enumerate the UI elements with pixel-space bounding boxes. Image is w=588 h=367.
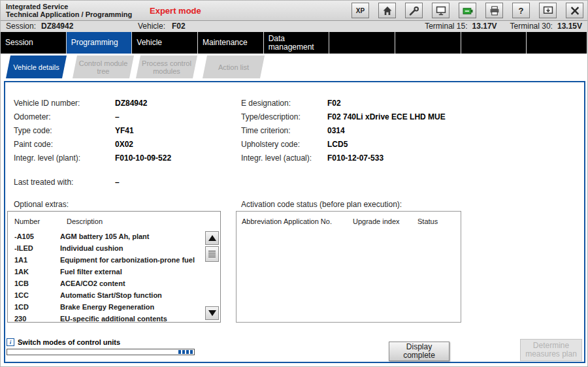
field-odometer: Odometer:– xyxy=(14,112,120,121)
field-value: DZ84942 xyxy=(115,99,147,108)
table-row[interactable]: 1CDBrake Energy Regeneration xyxy=(8,301,203,313)
field-value: F010-10-09-522 xyxy=(115,153,171,163)
xp-badge[interactable]: XP xyxy=(351,3,369,18)
field-label: Upholstery code: xyxy=(241,140,327,149)
field-value: F02 xyxy=(327,99,341,108)
session-bar: Session: DZ84942 Vehicle: F02 Terminal 1… xyxy=(1,21,587,32)
tab-vehicle[interactable]: Vehicle xyxy=(132,32,198,54)
field-integr-level-plant: Integr. level (plant):F010-10-09-522 xyxy=(14,153,171,163)
table-row[interactable]: -A105AGM battery 105 Ah, plant xyxy=(8,231,203,242)
control-unit-icon[interactable] xyxy=(432,3,449,18)
field-upholstery-code: Upholstery code:LCD5 xyxy=(241,140,348,149)
thumb-grip-icon xyxy=(208,251,216,257)
extra-number: 230 xyxy=(8,315,60,323)
extra-description: Automatic Start/Stop function xyxy=(60,291,203,299)
tab-session[interactable]: Session xyxy=(1,32,67,54)
ista-application-window: Integrated Service Technical Application… xyxy=(0,0,588,367)
table-row[interactable]: 1CBACEA/CO2 content xyxy=(8,278,203,289)
extra-description: Fuel filter external xyxy=(60,268,203,276)
vehicle-value: F02 xyxy=(172,22,186,31)
extra-number: -ILED xyxy=(8,244,60,252)
tab-programming-label: Programming xyxy=(71,39,118,47)
field-value: F02 740Li xDrive ECE LHD MUE xyxy=(327,112,446,121)
home-icon[interactable] xyxy=(378,3,396,18)
vehicle-details-panel: Vehicle ID number:DZ84942 Odometer:– Typ… xyxy=(4,81,585,363)
status-line: i Switch modes of control units xyxy=(7,338,120,346)
progress-segments xyxy=(178,350,193,354)
tab-data-management-label: Data management xyxy=(269,35,325,52)
tab-programming[interactable]: Programming xyxy=(67,32,133,54)
sub-tab-bar: Vehicle details Control module tree Proc… xyxy=(1,54,587,81)
tab-data-management[interactable]: Data management xyxy=(264,32,330,54)
menu-cell-empty xyxy=(329,32,395,54)
session-label: Session: xyxy=(6,22,36,31)
battery-icon[interactable] xyxy=(459,3,476,18)
column-header-number: Number xyxy=(14,217,40,225)
tab-maintenance-label: Maintenance xyxy=(203,39,248,47)
tab-maintenance[interactable]: Maintenance xyxy=(198,32,264,54)
field-integr-level-actual: Integr. level (actual):F010-12-07-533 xyxy=(241,153,384,163)
field-value: F010-12-07-533 xyxy=(327,153,384,163)
app-title: Integrated Service Technical Application… xyxy=(6,3,132,18)
app-title-line2: Technical Application / Programming xyxy=(6,10,132,18)
vertical-scrollbar xyxy=(205,231,219,320)
table-row[interactable]: 230EU-specific additional contents xyxy=(8,313,203,325)
table-row[interactable]: -ILEDIndividual cushion xyxy=(8,242,203,254)
extra-number: 1AK xyxy=(8,268,60,276)
extra-number: 1CC xyxy=(8,291,60,299)
subtab-process-control-modules[interactable]: Process control modules xyxy=(136,56,197,78)
extra-description: Equipment for carbonization-prone fuel xyxy=(60,256,203,264)
subtab-action-list[interactable]: Action list xyxy=(203,56,265,78)
table-row[interactable]: 1AKFuel filter external xyxy=(8,266,203,278)
help-icon[interactable]: ? xyxy=(512,3,530,18)
tab-vehicle-label: Vehicle xyxy=(137,39,162,47)
scrollbar-thumb[interactable] xyxy=(205,246,219,262)
extra-description: Brake Energy Regeneration xyxy=(60,303,203,311)
table-row[interactable]: 1CCAutomatic Start/Stop function xyxy=(8,289,203,301)
field-value: 0314 xyxy=(327,126,345,135)
table-row[interactable]: 1A1Equipment for carbonization-prone fue… xyxy=(8,254,203,266)
menu-cell-empty xyxy=(527,32,587,54)
activation-code-table: Abbreviation Application No. Upgrade ind… xyxy=(236,211,461,323)
scroll-down-button[interactable] xyxy=(205,306,219,320)
field-label: Type/description: xyxy=(241,112,327,121)
extra-description: EU-specific additional contents xyxy=(60,315,203,323)
column-header-application-no: Application No. xyxy=(284,217,332,225)
field-e-designation: E designation:F02 xyxy=(241,99,341,108)
printer-icon[interactable] xyxy=(485,3,503,18)
field-value: LCD5 xyxy=(327,140,348,149)
display-complete-button[interactable]: Display complete xyxy=(389,342,449,361)
subtab-control-module-tree[interactable]: Control module tree xyxy=(73,56,134,78)
optional-extras-rows: -A105AGM battery 105 Ah, plant -ILEDIndi… xyxy=(8,231,203,325)
extra-number: 1CB xyxy=(8,279,60,287)
xp-badge-label: XP xyxy=(356,7,365,14)
status-text: Switch modes of control units xyxy=(18,338,120,346)
extra-number: 1A1 xyxy=(8,256,60,264)
field-label: Type code: xyxy=(14,126,115,135)
field-label: Paint code: xyxy=(14,140,115,149)
field-time-criterion: Time criterion:0314 xyxy=(241,126,345,135)
extra-description: AGM battery 105 Ah, plant xyxy=(60,232,203,240)
progress-bar xyxy=(7,349,195,355)
field-label: Integr. level (plant): xyxy=(14,153,115,163)
menu-cell-empty xyxy=(395,32,461,54)
display-transfer-icon[interactable] xyxy=(539,3,557,18)
field-label: Integr. level (actual): xyxy=(241,153,327,163)
terminal15-label: Terminal 15: xyxy=(425,22,467,31)
field-vehicle-id: Vehicle ID number:DZ84942 xyxy=(14,99,147,108)
determine-measures-plan-button[interactable]: Determine measures plan xyxy=(520,339,582,361)
close-icon[interactable] xyxy=(566,3,583,18)
terminal-voltages: Terminal 15: 13.17V Terminal 30: 13.15V xyxy=(425,22,582,31)
column-header-abbreviation: Abbreviation xyxy=(242,217,282,225)
vehicle-label: Vehicle: xyxy=(138,22,165,31)
subtab-vehicle-details[interactable]: Vehicle details xyxy=(6,56,67,78)
wrench-icon[interactable] xyxy=(405,3,423,18)
activation-code-title: Activation code status (before plan exec… xyxy=(241,200,402,209)
display-complete-label: Display complete xyxy=(389,343,449,360)
field-value: – xyxy=(115,112,120,121)
extra-number: -A105 xyxy=(8,232,60,240)
scroll-up-button[interactable] xyxy=(205,231,219,245)
field-label: E designation: xyxy=(241,99,327,108)
app-title-line1: Integrated Service xyxy=(6,3,132,10)
help-icon-label: ? xyxy=(519,6,524,16)
